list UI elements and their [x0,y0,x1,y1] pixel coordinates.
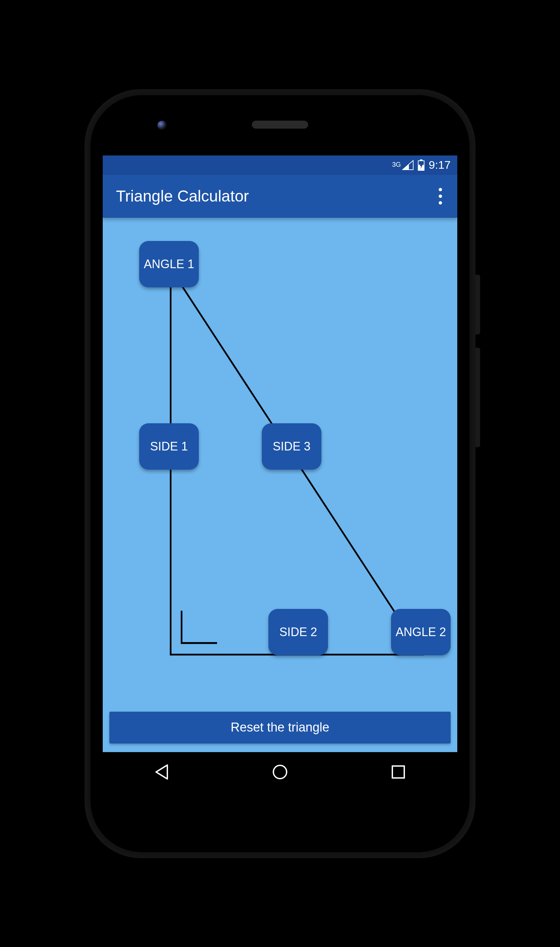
signal-icon [402,160,414,170]
back-icon [154,764,169,780]
side-3-input[interactable]: SIDE 3 [262,423,322,470]
battery-icon [417,159,425,171]
angle-2-input[interactable]: ANGLE 2 [391,609,451,655]
screen: 3G 9:17 Triangle Calculator [103,156,457,792]
nav-back-button[interactable] [150,760,174,784]
triangle-canvas: ANGLE 1 SIDE 1 SIDE 3 SIDE 2 ANGLE 2 [103,218,457,709]
angle-1-input[interactable]: ANGLE 1 [139,241,199,287]
phone-front-camera [157,121,167,130]
recent-apps-icon [391,765,406,779]
svg-rect-4 [392,766,404,778]
nav-recent-button[interactable] [386,760,410,784]
phone-earpiece [252,121,308,129]
navigation-bar [103,752,457,792]
svg-point-3 [273,765,287,779]
side-2-input[interactable]: SIDE 2 [268,609,328,655]
home-icon [272,764,288,780]
app-bar: Triangle Calculator [103,175,457,218]
side-1-input[interactable]: SIDE 1 [139,423,199,470]
network-type-label: 3G [392,161,401,168]
status-time: 9:17 [429,159,451,171]
phone-power-button [475,275,480,334]
status-bar: 3G 9:17 [103,156,457,175]
overflow-menu-icon[interactable] [435,185,445,208]
content-area: ANGLE 1 SIDE 1 SIDE 3 SIDE 2 ANGLE 2 Res… [103,218,457,752]
app-title: Triangle Calculator [116,187,249,205]
phone-frame: 3G 9:17 Triangle Calculator [85,89,475,858]
signal-indicator: 3G [392,160,414,170]
reset-button[interactable]: Reset the triangle [109,711,451,744]
phone-volume-button [475,348,480,447]
nav-home-button[interactable] [268,760,292,784]
